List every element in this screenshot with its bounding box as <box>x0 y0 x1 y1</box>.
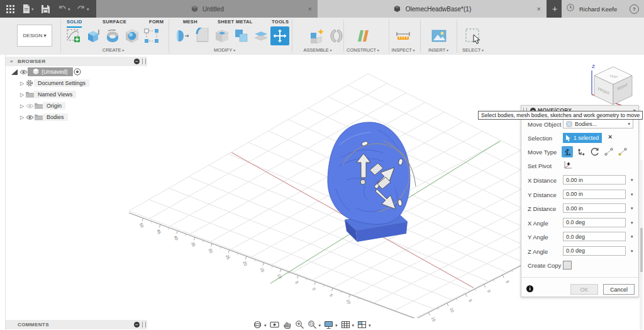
ribbon-tab-sheetmetal[interactable]: SHEET METAL <box>218 19 253 26</box>
assemble-group-label[interactable]: ASSEMBLE <box>303 47 331 53</box>
set-pivot-button[interactable] <box>563 161 573 173</box>
z-distance-input[interactable]: 0.00 in <box>563 203 626 213</box>
orbit-icon[interactable] <box>253 320 262 330</box>
activate-radio-icon[interactable] <box>73 68 82 76</box>
z-angle-input[interactable]: 0.0 deg <box>563 246 626 256</box>
root-component-label[interactable]: (Unsaved) <box>28 67 73 76</box>
design-workspace-dropdown[interactable]: DESIGN ▾ <box>17 25 52 47</box>
chevron-down-icon[interactable]: ▾ <box>631 220 633 225</box>
chevron-down-icon[interactable]: ▾ <box>369 323 371 328</box>
clock-icon[interactable] <box>566 3 575 14</box>
x-angle-input[interactable]: 0.0 deg <box>563 218 626 227</box>
ribbon-tab-surface[interactable]: SURFACE <box>103 19 126 26</box>
display-settings-icon[interactable] <box>324 320 333 330</box>
extrude-icon[interactable] <box>84 27 102 45</box>
revolve-icon[interactable] <box>104 27 121 45</box>
chevron-down-icon[interactable]: ▾ <box>631 234 633 239</box>
joint-icon[interactable] <box>328 27 345 45</box>
shell-icon[interactable] <box>213 27 231 45</box>
move-type-translate-icon[interactable] <box>575 146 587 157</box>
ribbon-tab-solid[interactable]: SOLID <box>67 19 82 28</box>
sweep-icon[interactable] <box>123 27 141 45</box>
save-icon[interactable] <box>42 4 50 14</box>
component-expander-icon[interactable] <box>10 69 19 75</box>
chevron-down-icon[interactable]: ▾ <box>631 249 633 254</box>
tab-close-icon[interactable]: × <box>537 5 541 13</box>
collapse-left-icon[interactable]: « <box>10 59 13 64</box>
modify-group-label[interactable]: MODIFY <box>214 47 235 53</box>
browser-item-origin[interactable]: ▷ Origin <box>5 100 147 111</box>
chevron-down-icon[interactable]: ▾ <box>631 178 633 183</box>
move-type-point-to-position-icon[interactable] <box>617 146 628 157</box>
redo-icon[interactable]: ▾ <box>77 4 89 14</box>
cancel-button[interactable]: Cancel <box>603 284 635 295</box>
move-type-point-to-point-icon[interactable] <box>603 146 614 157</box>
pan-icon[interactable] <box>282 320 292 330</box>
browser-item-named-views[interactable]: ▷ Named Views <box>5 89 147 100</box>
construct-group-label[interactable]: CONSTRUCT <box>347 47 379 53</box>
visibility-eye-icon[interactable] <box>25 103 34 109</box>
view-cube[interactable]: Z TOP FRONT RIGHT <box>586 59 640 108</box>
selection-clear-icon[interactable]: × <box>608 133 612 140</box>
chevron-down-icon[interactable]: ▾ <box>319 323 321 328</box>
ok-button[interactable]: OK <box>570 284 598 295</box>
comments-panel[interactable]: COMMENTS – <box>5 320 147 329</box>
construct-plane-icon[interactable] <box>354 27 372 45</box>
look-at-icon[interactable] <box>270 320 279 330</box>
pattern-icon[interactable] <box>143 27 160 45</box>
ribbon-tab-form[interactable]: FORM <box>149 19 164 26</box>
browser-item-document-settings[interactable]: ▷ Document Settings <box>5 77 147 89</box>
mesh-body-olmec-head[interactable] <box>328 122 410 242</box>
grid-layout-icon[interactable] <box>341 320 350 330</box>
browser-header[interactable]: « BROWSER – <box>5 57 147 66</box>
panel-collapse-icon[interactable]: – <box>134 59 140 64</box>
pivot-sphere-handle[interactable] <box>360 179 365 185</box>
measure-icon[interactable] <box>394 27 412 45</box>
new-tab-button[interactable]: + <box>548 0 562 18</box>
fit-icon[interactable] <box>308 320 317 330</box>
undo-icon[interactable]: ▾ <box>58 4 70 14</box>
visibility-eye-icon[interactable] <box>19 69 28 75</box>
panel-grip[interactable] <box>142 322 146 327</box>
user-name[interactable]: Richard Keefe <box>579 6 617 13</box>
ribbon-tab-tools[interactable]: TOOLS <box>272 19 289 26</box>
zoom-icon[interactable] <box>295 320 304 330</box>
panel-collapse-icon[interactable]: – <box>134 322 140 327</box>
modeling-viewport[interactable]: 50454035302520151050510151050510 <box>0 55 644 330</box>
fillet-icon[interactable] <box>194 27 211 45</box>
panel-grip[interactable] <box>142 59 146 64</box>
chevron-down-icon[interactable]: ▾ <box>352 323 355 328</box>
select-group-label[interactable]: SELECT <box>462 47 484 53</box>
help-icon[interactable]: ? <box>630 4 639 14</box>
expand-arrow-icon[interactable]: ▷ <box>19 115 25 120</box>
create-group-label[interactable]: CREATE <box>103 47 125 53</box>
browser-item-bodies[interactable]: ▷ Bodies <box>5 111 147 123</box>
expand-arrow-icon[interactable]: ▷ <box>19 81 25 86</box>
move-object-dropdown[interactable]: Bodies... ▾ <box>563 119 633 128</box>
create-sketch-icon[interactable] <box>65 27 82 45</box>
y-distance-input[interactable]: 0.00 in <box>563 190 626 199</box>
new-component-icon[interactable] <box>308 27 326 45</box>
combine-icon[interactable] <box>233 27 250 45</box>
chevron-down-icon[interactable]: ▾ <box>335 323 338 328</box>
insert-image-icon[interactable] <box>430 27 448 45</box>
expand-arrow-icon[interactable]: ▷ <box>19 92 25 98</box>
dialog-scrollbar-thumb[interactable] <box>640 228 643 272</box>
chevron-down-icon[interactable]: ▾ <box>631 206 633 211</box>
app-grid-icon[interactable] <box>6 4 14 14</box>
create-copy-checkbox[interactable] <box>563 261 572 270</box>
multiple-views-icon[interactable] <box>357 320 367 330</box>
insert-group-label[interactable]: INSERT <box>428 47 448 53</box>
document-tab-untitled[interactable]: Untitled × <box>96 0 318 18</box>
inspect-group-label[interactable]: INSPECT <box>391 47 414 53</box>
press-pull-icon[interactable] <box>174 27 192 45</box>
ribbon-tab-mesh[interactable]: MESH <box>183 19 197 26</box>
selection-button[interactable]: 1 selected <box>563 133 602 143</box>
chevron-down-icon[interactable]: ▾ <box>264 323 267 328</box>
info-icon[interactable]: i <box>526 285 533 292</box>
split-body-icon[interactable] <box>252 27 270 45</box>
file-menu-icon[interactable]: ▾ <box>23 4 34 14</box>
x-distance-input[interactable]: 0.00 in <box>563 175 626 185</box>
move-type-rotate-icon[interactable] <box>589 146 601 157</box>
chevron-down-icon[interactable]: ▾ <box>631 192 633 197</box>
